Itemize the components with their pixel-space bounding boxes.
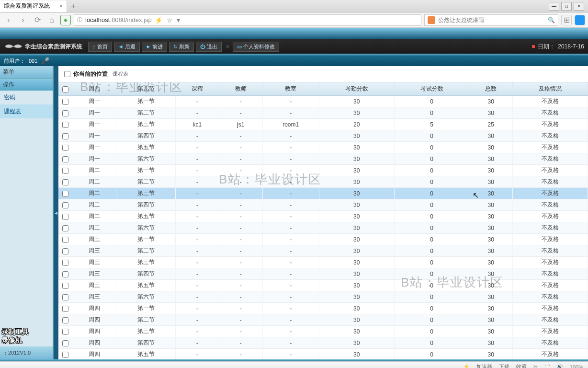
- table-row[interactable]: 周三第四节---30030不及格: [58, 268, 588, 280]
- row-checkbox[interactable]: [62, 294, 68, 300]
- grid-icon[interactable]: ⊞: [561, 15, 572, 25]
- flash-icon[interactable]: ⚡: [155, 16, 163, 24]
- star-icon[interactable]: ☆: [167, 16, 173, 24]
- row-checkbox[interactable]: [62, 99, 68, 105]
- search-box[interactable]: 🔍: [424, 14, 558, 26]
- table-row[interactable]: 周一第二节---30030不及格: [58, 107, 588, 119]
- home-button[interactable]: ⌂首页: [88, 42, 112, 52]
- status-accel[interactable]: 加速器: [476, 363, 492, 368]
- cell-room: -: [262, 268, 319, 280]
- table-header[interactable]: 及格情况: [513, 82, 588, 96]
- table-row[interactable]: 周二第三节---30030不及格: [58, 188, 588, 199]
- row-checkbox[interactable]: [62, 329, 68, 335]
- url-input[interactable]: ⓘ localhost:8080/index.jsp ⚡ ☆ ▾: [74, 14, 421, 26]
- table-row[interactable]: 周四第二节---30030不及格: [58, 314, 588, 326]
- table-container[interactable]: B站：毕业设计区 B站：毕业设计区 B站：毕业设计区 周几第几节课程教师教室考勤…: [58, 82, 588, 359]
- sidebar-collapse-button[interactable]: ◄: [54, 66, 58, 359]
- table-header[interactable]: 考勤分数: [319, 82, 394, 96]
- table-row[interactable]: 周二第五节---30030不及格: [58, 211, 588, 222]
- table-row[interactable]: 周四第四节---30030不及格: [58, 337, 588, 349]
- close-button[interactable]: ×: [574, 2, 584, 11]
- row-checkbox[interactable]: [62, 179, 68, 185]
- table-row[interactable]: 周三第一节---30030不及格: [58, 234, 588, 245]
- row-checkbox[interactable]: [62, 110, 68, 116]
- row-checkbox[interactable]: [62, 122, 68, 128]
- refresh-button[interactable]: ↻刷新: [169, 42, 194, 52]
- row-checkbox[interactable]: [62, 260, 68, 266]
- shield-icon[interactable]: ◆: [60, 15, 71, 25]
- profile-edit-button[interactable]: ▭个人资料修改: [233, 42, 279, 52]
- new-tab-button[interactable]: +: [67, 2, 79, 11]
- row-checkbox[interactable]: [62, 214, 68, 220]
- cell-course: -: [176, 245, 219, 257]
- table-row[interactable]: 周二第四节---30030不及格: [58, 199, 588, 211]
- table-header[interactable]: 总数: [469, 82, 513, 96]
- row-checkbox[interactable]: [62, 168, 68, 174]
- row-checkbox[interactable]: [62, 156, 68, 162]
- select-all-checkbox[interactable]: [62, 86, 68, 92]
- browser-tab[interactable]: 综合素质测评系统 ×: [0, 0, 67, 12]
- row-checkbox[interactable]: [62, 271, 68, 277]
- row-checkbox[interactable]: [62, 191, 68, 197]
- back-arrow-icon[interactable]: ‹: [3, 14, 14, 26]
- table-row[interactable]: 周三第三节---30030不及格: [58, 257, 588, 268]
- bolt-icon[interactable]: ⚡: [463, 364, 470, 368]
- maximize-button[interactable]: □: [561, 2, 572, 11]
- row-checkbox[interactable]: [62, 352, 68, 358]
- sidebar-item-password[interactable]: 密码: [0, 91, 53, 104]
- table-row[interactable]: 周四第五节---30030不及格: [58, 349, 588, 360]
- row-checkbox[interactable]: [62, 317, 68, 323]
- table-row[interactable]: 周二第二节---30030不及格: [58, 176, 588, 188]
- table-row[interactable]: 周四第三节---30030不及格: [58, 326, 588, 337]
- row-checkbox[interactable]: [62, 145, 68, 151]
- table-row[interactable]: 周三第五节---30030不及格: [58, 280, 588, 291]
- minimize-button[interactable]: —: [549, 2, 559, 11]
- fullscreen-icon[interactable]: ⛶: [544, 364, 550, 368]
- table-row[interactable]: 周二第六节---30030不及格: [58, 222, 588, 234]
- table-row[interactable]: 周一第一节---30030不及格: [58, 96, 588, 107]
- table-row[interactable]: 周一第四节---30030不及格: [58, 130, 588, 142]
- volume-icon[interactable]: 🔊: [556, 364, 563, 368]
- table-row[interactable]: 周三第六节---30030不及格: [58, 291, 588, 303]
- table-header[interactable]: 课程: [176, 82, 219, 96]
- table-header[interactable]: 第几节: [116, 82, 176, 96]
- breadcrumb-checkbox[interactable]: [64, 71, 70, 77]
- chevron-down-icon[interactable]: ▾: [177, 16, 180, 24]
- row-checkbox[interactable]: [62, 237, 68, 243]
- screenshot-icon[interactable]: ✂: [533, 364, 538, 368]
- row-checkbox[interactable]: [62, 283, 68, 289]
- table-header[interactable]: 教师: [219, 82, 262, 96]
- home-icon[interactable]: ⌂: [46, 14, 57, 26]
- reload-icon[interactable]: ⟳: [32, 14, 43, 26]
- row-checkbox[interactable]: [62, 248, 68, 254]
- table-row[interactable]: 周四第一节---30030不及格: [58, 303, 588, 314]
- row-checkbox[interactable]: [62, 225, 68, 231]
- close-icon[interactable]: ×: [59, 3, 63, 10]
- search-input[interactable]: [438, 17, 545, 23]
- row-checkbox[interactable]: [62, 133, 68, 139]
- table-header[interactable]: 教室: [262, 82, 319, 96]
- table-row[interactable]: 周一第六节---30030不及格: [58, 153, 588, 165]
- table-row[interactable]: 周一第三节kc1js1room120525不及格: [58, 119, 588, 130]
- row-checkbox[interactable]: [62, 340, 68, 346]
- status-fav[interactable]: 收藏: [516, 363, 527, 368]
- status-download[interactable]: 下载: [499, 363, 509, 368]
- table-row[interactable]: 周一第五节---30030不及格: [58, 142, 588, 153]
- header-checkbox-col: [58, 82, 73, 96]
- logout-button[interactable]: ⏻退出: [196, 42, 222, 52]
- zoom-icon[interactable]: 100%: [570, 364, 583, 368]
- forward-arrow-icon[interactable]: ›: [17, 14, 29, 26]
- search-icon[interactable]: 🔍: [548, 17, 555, 23]
- table-header[interactable]: 考试分数: [394, 82, 469, 96]
- sidebar-item-schedule[interactable]: 课程表: [0, 104, 53, 118]
- back-button[interactable]: ◄后退: [114, 42, 140, 52]
- table-row[interactable]: 周二第一节---30030不及格: [58, 165, 588, 176]
- table-header[interactable]: 周几: [73, 82, 116, 96]
- table-row[interactable]: 周三第二节---30030不及格: [58, 245, 588, 257]
- row-checkbox[interactable]: [62, 306, 68, 312]
- cell-room: -: [262, 199, 319, 211]
- row-checkbox[interactable]: [62, 202, 68, 208]
- mic-icon[interactable]: 🎤: [41, 57, 49, 65]
- forward-button[interactable]: ►前进: [142, 42, 168, 52]
- extension-icon[interactable]: [575, 15, 585, 25]
